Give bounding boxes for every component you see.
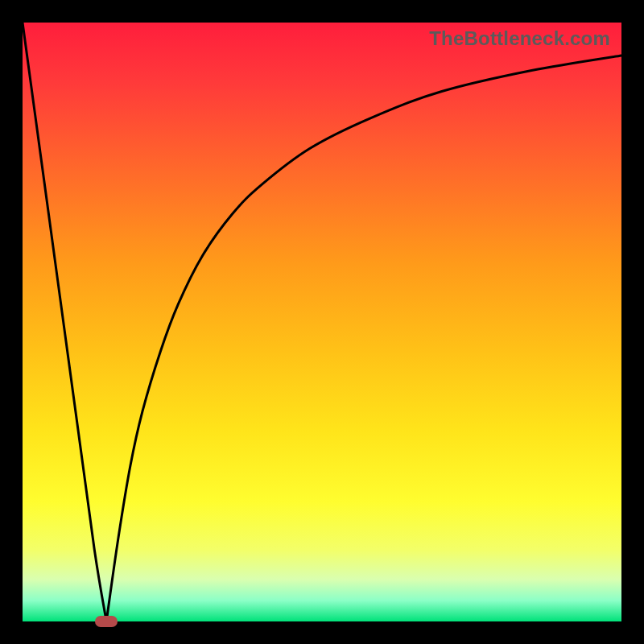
right-branch-line [106,56,621,621]
left-branch-line [23,23,106,621]
plot-area: TheBottleneck.com [23,23,621,621]
chart-frame: TheBottleneck.com [0,0,644,644]
min-marker [95,616,118,627]
curve-layer [23,23,621,621]
